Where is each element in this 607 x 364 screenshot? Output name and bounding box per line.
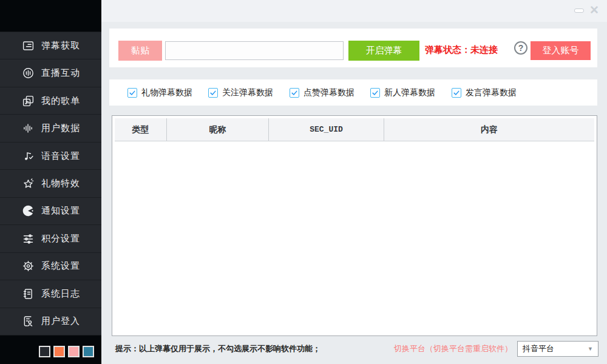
- column-header-content[interactable]: 内容: [384, 118, 594, 141]
- system-log-icon: [22, 288, 35, 300]
- room-url-input[interactable]: [165, 41, 344, 60]
- filter-chat-danmaku[interactable]: 发言弹幕数据: [452, 79, 517, 106]
- login-button[interactable]: 登入账号: [531, 41, 591, 60]
- main-area: ✕ 黏贴 开启弹幕 弹幕状态：未连接 ? 登入账号 礼物弹幕数据 关注弹幕数据 …: [101, 0, 607, 364]
- connection-panel: 黏贴 开启弹幕 弹幕状态：未连接 ? 登入账号: [109, 29, 597, 67]
- theme-swatch-dark[interactable]: [39, 346, 50, 357]
- sidebar-item-gift-effects[interactable]: 礼物特效: [0, 170, 101, 197]
- live-interact-icon: [22, 67, 35, 79]
- column-header-nickname[interactable]: 昵称: [167, 118, 269, 141]
- sidebar-item-live-interaction[interactable]: 直播互动: [0, 59, 101, 87]
- sidebar-item-user-data[interactable]: 用户数据: [0, 115, 101, 142]
- notify-settings-icon: [22, 204, 35, 217]
- sidebar-item-danmaku-fetch[interactable]: 弹幕获取: [0, 32, 101, 59]
- footer-tip-text: 提示：以上弹幕仅用于展示，不勾选展示不影响软件功能；: [115, 343, 320, 354]
- platform-select[interactable]: 抖音平台 ▼: [517, 341, 599, 357]
- voice-settings-icon: [22, 150, 35, 163]
- checkbox-checked-icon: [127, 88, 137, 98]
- sidebar-item-user-login[interactable]: 用户登入: [0, 308, 101, 335]
- theme-swatch-orange[interactable]: [53, 346, 65, 357]
- platform-select-value: 抖音平台: [523, 343, 554, 354]
- gift-effect-icon: [22, 177, 35, 190]
- filter-newcomer-danmaku[interactable]: 新人弹幕数据: [370, 79, 435, 106]
- paste-button[interactable]: 黏贴: [118, 41, 162, 61]
- user-data-icon: [22, 122, 35, 135]
- sidebar: 弹幕获取 直播互动 我的歌单 用户数据 语音设置 礼物特效: [0, 0, 101, 364]
- danmaku-status-text: 弹幕状态：未连接: [425, 44, 498, 56]
- help-icon[interactable]: ?: [514, 41, 527, 55]
- filter-label: 点赞弹幕数据: [304, 87, 354, 98]
- column-header-type[interactable]: 类型: [115, 118, 167, 141]
- filter-label: 发言弹幕数据: [466, 87, 517, 98]
- playlist-icon: [22, 95, 35, 107]
- filter-label: 新人弹幕数据: [384, 87, 435, 98]
- logo-area: [0, 0, 101, 32]
- table-body-empty: [115, 141, 594, 333]
- user-login-icon: [22, 315, 35, 328]
- table-header-row: 类型 昵称 SEC_UID 内容: [115, 118, 594, 141]
- sidebar-item-label: 用户数据: [41, 123, 80, 134]
- checkbox-checked-icon: [208, 88, 218, 98]
- checkbox-checked-icon: [452, 88, 461, 98]
- sidebar-item-label: 直播互动: [41, 67, 80, 79]
- filter-like-danmaku[interactable]: 点赞弹幕数据: [290, 79, 354, 106]
- start-danmaku-button[interactable]: 开启弹幕: [348, 41, 419, 61]
- danmaku-list-icon: [22, 39, 35, 52]
- theme-palette-area: [0, 335, 101, 364]
- sidebar-item-system-settings[interactable]: 系统设置: [0, 253, 101, 280]
- sidebar-nav: 弹幕获取 直播互动 我的歌单 用户数据 语音设置 礼物特效: [0, 32, 101, 335]
- sidebar-item-voice-settings[interactable]: 语音设置: [0, 143, 101, 170]
- filter-label: 礼物弹幕数据: [141, 87, 192, 98]
- sidebar-item-label: 系统设置: [41, 260, 80, 272]
- system-settings-icon: [22, 260, 35, 272]
- sidebar-item-label: 通知设置: [41, 205, 80, 217]
- theme-palette: [39, 346, 94, 357]
- filter-gift-danmaku[interactable]: 礼物弹幕数据: [127, 79, 192, 106]
- filter-panel: 礼物弹幕数据 关注弹幕数据 点赞弹幕数据 新人弹幕数据 发言弹幕数据: [109, 79, 597, 106]
- app-window: 弹幕获取 直播互动 我的歌单 用户数据 语音设置 礼物特效: [0, 0, 607, 364]
- switch-platform-text: 切换平台（切换平台需重启软件）: [394, 343, 512, 354]
- filter-follow-danmaku[interactable]: 关注弹幕数据: [208, 79, 273, 106]
- sidebar-item-label: 弹幕获取: [41, 40, 80, 52]
- sidebar-item-label: 语音设置: [41, 150, 80, 162]
- close-button[interactable]: ✕: [588, 2, 601, 18]
- checkbox-checked-icon: [370, 88, 380, 98]
- sidebar-item-notification-settings[interactable]: 通知设置: [0, 198, 101, 225]
- sidebar-item-label: 礼物特效: [41, 178, 80, 189]
- filter-label: 关注弹幕数据: [222, 87, 273, 98]
- sidebar-item-system-log[interactable]: 系统日志: [0, 280, 101, 308]
- points-settings-icon: [22, 232, 35, 245]
- chevron-down-icon: ▼: [588, 346, 593, 352]
- titlebar: ✕: [101, 0, 607, 22]
- theme-swatch-teal[interactable]: [83, 346, 94, 357]
- sidebar-item-label: 我的歌单: [41, 95, 80, 107]
- danmaku-table: 类型 昵称 SEC_UID 内容: [112, 115, 597, 336]
- sidebar-item-points-settings[interactable]: 积分设置: [0, 225, 101, 252]
- column-header-sec-uid[interactable]: SEC_UID: [269, 118, 384, 141]
- sidebar-item-label: 积分设置: [41, 233, 80, 244]
- sidebar-item-label: 系统日志: [41, 288, 80, 300]
- minimize-button[interactable]: [574, 8, 584, 13]
- checkbox-checked-icon: [290, 88, 299, 98]
- theme-swatch-pink[interactable]: [68, 346, 80, 357]
- sidebar-item-label: 用户登入: [41, 315, 80, 327]
- sidebar-item-my-playlist[interactable]: 我的歌单: [0, 87, 101, 115]
